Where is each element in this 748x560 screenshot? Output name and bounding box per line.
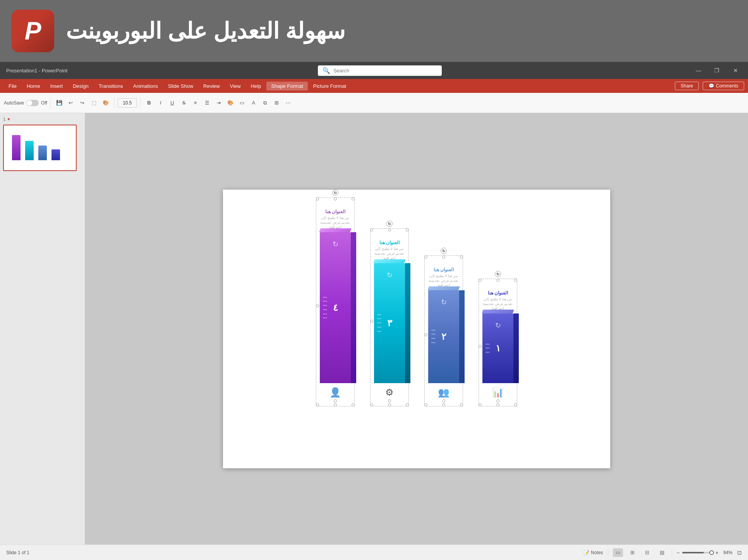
bar2-icon: ⚙: [385, 387, 394, 398]
bar1-dots: ●●●●●●●●●●●●●●●●●●: [323, 295, 327, 320]
reading-view-button[interactable]: ▤: [657, 548, 667, 557]
powerpoint-logo: P: [12, 10, 54, 52]
save-button[interactable]: 💾: [54, 98, 65, 108]
share-button[interactable]: Share: [675, 82, 699, 90]
font-group: 10.5: [118, 98, 137, 108]
bar3-icon: 👥: [438, 387, 449, 398]
strikethrough-button[interactable]: S̶: [178, 98, 189, 108]
bar-group-4: ↻ العنوان هنا من هنا لا يطمح إلىتقديم عر…: [482, 290, 513, 402]
toolbar-separator: [50, 98, 51, 108]
format-group: B I U S̶ ≡ ☰ ⇥ 🎨 ▭ A ⧉ ⊞ ⋯: [144, 98, 294, 108]
slide-thumbnail[interactable]: [3, 125, 77, 171]
zoom-minus-button[interactable]: −: [677, 550, 680, 556]
menu-slideshow[interactable]: Slide Show: [163, 82, 198, 91]
title-bar-right: — ❐ ✕: [692, 64, 742, 77]
fit-window-button[interactable]: ⊡: [737, 550, 742, 556]
slide-star: ★: [7, 117, 10, 121]
bold-button[interactable]: B: [144, 98, 154, 108]
redo-button[interactable]: ↪: [77, 98, 88, 108]
bar-group-3: ↻ العنوان هنا من هنا لا يطمح إلىتقديم عر…: [428, 267, 459, 402]
comment-icon: 💬: [709, 83, 714, 89]
align-button[interactable]: ≡: [190, 98, 201, 108]
menu-home[interactable]: Home: [22, 82, 45, 91]
mini-chart: [9, 132, 71, 163]
menu-shape-format[interactable]: Shape Format: [266, 82, 307, 91]
italic-button[interactable]: I: [155, 98, 166, 108]
main-area: 1 ★: [0, 113, 748, 545]
menu-bar: File Home Insert Design Transitions Anim…: [0, 79, 748, 93]
zoom-thumb[interactable]: [709, 550, 714, 555]
banner-title: سهولة التعديل على البوربوينت: [66, 18, 345, 44]
search-input[interactable]: [333, 68, 437, 74]
top-banner: P سهولة التعديل على البوربوينت: [0, 0, 748, 62]
menu-bar-right: Share 💬 Comments: [675, 82, 744, 90]
minimize-button[interactable]: —: [692, 64, 705, 77]
menu-review[interactable]: Review: [199, 82, 225, 91]
slide-thumb-inner: [4, 125, 76, 170]
menu-animations[interactable]: Animations: [129, 82, 163, 91]
font-size-box[interactable]: 10.5: [118, 98, 137, 108]
bar4-icon: 📊: [492, 387, 504, 398]
search-box[interactable]: 🔍: [318, 65, 442, 76]
bar2-dots: ●●●●●●●●●●●●●●●: [377, 313, 381, 334]
outline-view-button[interactable]: ⊞: [628, 548, 638, 557]
normal-view-button[interactable]: ▭: [613, 548, 623, 557]
comments-button[interactable]: 💬 Comments: [703, 82, 744, 90]
indent-button[interactable]: ⇥: [213, 98, 224, 108]
toolbar-icons-group: 💾 ↩ ↪ ⬚ 🎨: [54, 98, 111, 108]
bar-group-1: ↻ العنوان هنا من هن: [320, 209, 351, 402]
bar1-number: ٤: [333, 302, 338, 313]
search-icon: 🔍: [323, 67, 330, 74]
more-button[interactable]: ⋯: [283, 98, 294, 108]
menu-file[interactable]: File: [4, 82, 21, 91]
menu-help[interactable]: Help: [246, 82, 266, 91]
bar4-number: ١: [496, 343, 501, 354]
zoom-percent: 94%: [723, 550, 733, 555]
shape-outline-button[interactable]: ▭: [237, 98, 247, 108]
title-bar: Presentation1 - PowerPoint 🔍 — ❐ ✕: [0, 62, 748, 79]
slide-panel: 1 ★: [0, 113, 85, 545]
group-button[interactable]: ⊞: [271, 98, 282, 108]
zoom-plus-button[interactable]: +: [715, 550, 719, 556]
slide-sorter-button[interactable]: ⊟: [642, 548, 652, 557]
shape-fill-button[interactable]: 🎨: [225, 98, 236, 108]
canvas-area[interactable]: ↻ العنوان هنا من هن: [85, 113, 748, 545]
menu-transitions[interactable]: Transitions: [94, 82, 128, 91]
bar3-3d: ●●●●●●●●●●●● ↻ ٢: [428, 290, 459, 383]
menu-view[interactable]: View: [225, 82, 245, 91]
chart-container: ↻ العنوان هنا من هن: [262, 201, 571, 453]
presenter-view-button[interactable]: ⬚: [89, 98, 100, 108]
zoom-fill: [682, 552, 704, 553]
bar1-icon: 👤: [329, 387, 341, 398]
title-bar-left: Presentation1 - PowerPoint: [6, 68, 67, 74]
undo-button[interactable]: ↩: [65, 98, 76, 108]
bar-group-2: ↻ العنوان هنا من هنا لا يطمح إلىتقديم عر…: [374, 240, 405, 402]
font-color-button[interactable]: A: [248, 98, 259, 108]
bar4-dots: ●●●●●●●●●: [486, 342, 490, 354]
bar1-3d: ●●●●●●●●●●●●●●●●●● ↻ ٤: [320, 232, 351, 383]
menu-insert[interactable]: Insert: [46, 82, 68, 91]
slide-canvas: ↻ العنوان هنا من هن: [223, 190, 610, 468]
menu-picture-format[interactable]: Picture Format: [309, 82, 351, 91]
notes-icon: 📝: [583, 550, 589, 555]
notes-button[interactable]: 📝 Notes: [583, 550, 603, 555]
list-button[interactable]: ☰: [202, 98, 213, 108]
bar2-number: ٣: [387, 318, 392, 329]
status-sep2: [672, 549, 672, 557]
close-button[interactable]: ✕: [729, 64, 742, 77]
chart-bars: ↻ العنوان هنا من هن: [320, 217, 513, 402]
bar3-number: ٢: [441, 331, 446, 342]
file-title: Presentation1 - PowerPoint: [6, 68, 67, 74]
slide-info: Slide 1 of 1: [6, 550, 29, 555]
restore-button[interactable]: ❐: [711, 64, 723, 77]
toolbar-separator-2: [114, 98, 115, 108]
underline-button[interactable]: U: [167, 98, 178, 108]
arrange-button[interactable]: ⧉: [260, 98, 271, 108]
toolbar: AutoSave Off 💾 ↩ ↪ ⬚ 🎨 10.5 B I U S̶ ≡ ☰…: [0, 93, 748, 113]
zoom-track[interactable]: [682, 552, 713, 553]
bar4-3d: ●●●●●●●●● ↻ ١: [482, 313, 513, 383]
theme-button[interactable]: 🎨: [100, 98, 111, 108]
autosave-toggle[interactable]: [26, 100, 39, 106]
zoom-slider: − +: [677, 550, 719, 556]
menu-design[interactable]: Design: [68, 82, 93, 91]
